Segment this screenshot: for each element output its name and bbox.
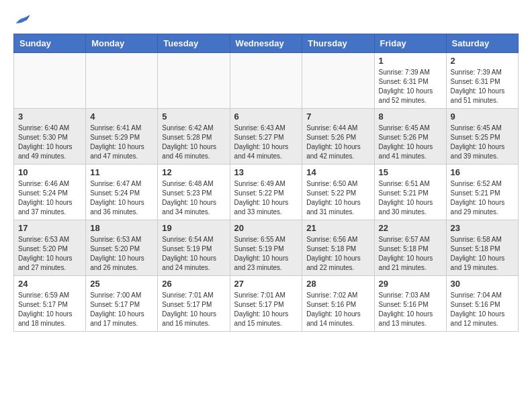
day-number: 28 [306, 279, 369, 289]
day-info: Sunrise: 7:39 AM Sunset: 6:31 PM Dayligh… [379, 68, 442, 105]
calendar-day-cell: 10Sunrise: 6:46 AM Sunset: 5:24 PM Dayli… [14, 165, 86, 220]
calendar-day-cell [86, 53, 158, 109]
day-info: Sunrise: 7:04 AM Sunset: 5:16 PM Dayligh… [451, 291, 514, 328]
day-number: 25 [90, 279, 153, 289]
calendar-week-row: 1Sunrise: 7:39 AM Sunset: 6:31 PM Daylig… [14, 53, 519, 109]
calendar-header-thursday: Thursday [302, 34, 374, 53]
day-info: Sunrise: 6:53 AM Sunset: 5:20 PM Dayligh… [18, 235, 81, 273]
day-info: Sunrise: 6:47 AM Sunset: 5:24 PM Dayligh… [90, 179, 153, 217]
calendar-day-cell: 26Sunrise: 7:01 AM Sunset: 5:17 PM Dayli… [158, 276, 230, 332]
day-number: 12 [162, 167, 225, 177]
calendar-week-row: 3Sunrise: 6:40 AM Sunset: 5:30 PM Daylig… [14, 109, 519, 165]
calendar-header-saturday: Saturday [446, 34, 518, 53]
day-number: 11 [90, 167, 153, 177]
calendar-day-cell: 18Sunrise: 6:53 AM Sunset: 5:20 PM Dayli… [86, 220, 158, 276]
calendar-day-cell: 20Sunrise: 6:55 AM Sunset: 5:19 PM Dayli… [230, 220, 302, 276]
calendar-day-cell: 19Sunrise: 6:54 AM Sunset: 5:19 PM Dayli… [158, 220, 230, 276]
day-info: Sunrise: 6:42 AM Sunset: 5:28 PM Dayligh… [162, 124, 225, 161]
day-number: 1 [379, 56, 442, 66]
calendar-day-cell: 29Sunrise: 7:03 AM Sunset: 5:16 PM Dayli… [374, 276, 446, 332]
day-info: Sunrise: 6:49 AM Sunset: 5:22 PM Dayligh… [234, 179, 298, 217]
day-info: Sunrise: 6:51 AM Sunset: 5:21 PM Dayligh… [379, 179, 442, 217]
day-info: Sunrise: 6:50 AM Sunset: 5:22 PM Dayligh… [306, 179, 369, 217]
calendar-day-cell: 9Sunrise: 6:45 AM Sunset: 5:25 PM Daylig… [446, 109, 518, 165]
day-number: 10 [18, 167, 81, 177]
calendar-day-cell: 6Sunrise: 6:43 AM Sunset: 5:27 PM Daylig… [230, 109, 302, 165]
calendar-day-cell: 17Sunrise: 6:53 AM Sunset: 5:20 PM Dayli… [14, 220, 86, 276]
day-info: Sunrise: 6:54 AM Sunset: 5:19 PM Dayligh… [162, 235, 225, 273]
calendar-day-cell: 14Sunrise: 6:50 AM Sunset: 5:22 PM Dayli… [302, 165, 374, 220]
day-info: Sunrise: 7:00 AM Sunset: 5:17 PM Dayligh… [90, 291, 153, 328]
day-info: Sunrise: 7:02 AM Sunset: 5:16 PM Dayligh… [306, 291, 369, 328]
calendar-day-cell [14, 53, 86, 109]
calendar-header-row: SundayMondayTuesdayWednesdayThursdayFrid… [14, 34, 519, 53]
day-number: 13 [234, 167, 298, 177]
calendar-week-row: 24Sunrise: 6:59 AM Sunset: 5:17 PM Dayli… [14, 276, 519, 332]
logo-bird-icon [15, 13, 31, 27]
day-info: Sunrise: 6:52 AM Sunset: 5:21 PM Dayligh… [451, 179, 514, 217]
day-info: Sunrise: 6:59 AM Sunset: 5:17 PM Dayligh… [18, 291, 81, 328]
calendar-day-cell [158, 53, 230, 109]
day-number: 23 [451, 223, 514, 233]
day-number: 17 [18, 223, 81, 233]
day-info: Sunrise: 6:48 AM Sunset: 5:23 PM Dayligh… [162, 179, 225, 217]
calendar-day-cell: 8Sunrise: 6:45 AM Sunset: 5:26 PM Daylig… [374, 109, 446, 165]
day-info: Sunrise: 7:01 AM Sunset: 5:17 PM Dayligh… [162, 291, 225, 328]
calendar-header-sunday: Sunday [14, 34, 86, 53]
day-info: Sunrise: 6:45 AM Sunset: 5:25 PM Dayligh… [451, 124, 514, 161]
calendar-day-cell: 22Sunrise: 6:57 AM Sunset: 5:18 PM Dayli… [374, 220, 446, 276]
calendar-day-cell: 27Sunrise: 7:01 AM Sunset: 5:17 PM Dayli… [230, 276, 302, 332]
day-info: Sunrise: 6:40 AM Sunset: 5:30 PM Dayligh… [18, 124, 81, 161]
calendar-day-cell: 4Sunrise: 6:41 AM Sunset: 5:29 PM Daylig… [86, 109, 158, 165]
calendar-day-cell [302, 53, 374, 109]
day-number: 21 [306, 223, 369, 233]
day-number: 22 [379, 223, 442, 233]
day-info: Sunrise: 7:39 AM Sunset: 6:31 PM Dayligh… [451, 68, 514, 105]
day-info: Sunrise: 6:55 AM Sunset: 5:19 PM Dayligh… [234, 235, 298, 273]
calendar-week-row: 10Sunrise: 6:46 AM Sunset: 5:24 PM Dayli… [14, 165, 519, 220]
calendar-day-cell: 3Sunrise: 6:40 AM Sunset: 5:30 PM Daylig… [14, 109, 86, 165]
day-number: 15 [379, 167, 442, 177]
calendar-week-row: 17Sunrise: 6:53 AM Sunset: 5:20 PM Dayli… [14, 220, 519, 276]
day-info: Sunrise: 6:57 AM Sunset: 5:18 PM Dayligh… [379, 235, 442, 273]
day-number: 7 [306, 111, 369, 122]
day-info: Sunrise: 6:56 AM Sunset: 5:18 PM Dayligh… [306, 235, 369, 273]
day-number: 2 [451, 56, 514, 66]
calendar-day-cell: 5Sunrise: 6:42 AM Sunset: 5:28 PM Daylig… [158, 109, 230, 165]
day-number: 5 [162, 111, 225, 122]
day-number: 4 [90, 111, 153, 122]
day-info: Sunrise: 6:46 AM Sunset: 5:24 PM Dayligh… [18, 179, 81, 217]
day-number: 26 [162, 279, 225, 289]
day-number: 6 [234, 111, 298, 122]
calendar-table: SundayMondayTuesdayWednesdayThursdayFrid… [13, 34, 519, 332]
calendar-day-cell: 12Sunrise: 6:48 AM Sunset: 5:23 PM Dayli… [158, 165, 230, 220]
day-number: 18 [90, 223, 153, 233]
day-info: Sunrise: 6:45 AM Sunset: 5:26 PM Dayligh… [379, 124, 442, 161]
calendar-day-cell [230, 53, 302, 109]
day-info: Sunrise: 6:58 AM Sunset: 5:18 PM Dayligh… [451, 235, 514, 273]
calendar-day-cell: 28Sunrise: 7:02 AM Sunset: 5:16 PM Dayli… [302, 276, 374, 332]
calendar-day-cell: 16Sunrise: 6:52 AM Sunset: 5:21 PM Dayli… [446, 165, 518, 220]
logo [13, 13, 31, 27]
calendar-day-cell: 13Sunrise: 6:49 AM Sunset: 5:22 PM Dayli… [230, 165, 302, 220]
day-info: Sunrise: 6:53 AM Sunset: 5:20 PM Dayligh… [90, 235, 153, 273]
day-number: 3 [18, 111, 81, 122]
day-info: Sunrise: 7:03 AM Sunset: 5:16 PM Dayligh… [379, 291, 442, 328]
calendar-day-cell: 21Sunrise: 6:56 AM Sunset: 5:18 PM Dayli… [302, 220, 374, 276]
day-info: Sunrise: 6:41 AM Sunset: 5:29 PM Dayligh… [90, 124, 153, 161]
page-header [13, 13, 519, 27]
day-info: Sunrise: 7:01 AM Sunset: 5:17 PM Dayligh… [234, 291, 298, 328]
day-number: 29 [379, 279, 442, 289]
calendar-day-cell: 1Sunrise: 7:39 AM Sunset: 6:31 PM Daylig… [374, 53, 446, 109]
calendar-header-tuesday: Tuesday [158, 34, 230, 53]
calendar-header-wednesday: Wednesday [230, 34, 302, 53]
day-number: 9 [451, 111, 514, 122]
day-number: 14 [306, 167, 369, 177]
calendar-day-cell: 11Sunrise: 6:47 AM Sunset: 5:24 PM Dayli… [86, 165, 158, 220]
calendar-day-cell: 24Sunrise: 6:59 AM Sunset: 5:17 PM Dayli… [14, 276, 86, 332]
day-info: Sunrise: 6:43 AM Sunset: 5:27 PM Dayligh… [234, 124, 298, 161]
calendar-day-cell: 2Sunrise: 7:39 AM Sunset: 6:31 PM Daylig… [446, 53, 518, 109]
calendar-day-cell: 30Sunrise: 7:04 AM Sunset: 5:16 PM Dayli… [446, 276, 518, 332]
day-number: 16 [451, 167, 514, 177]
day-number: 24 [18, 279, 81, 289]
